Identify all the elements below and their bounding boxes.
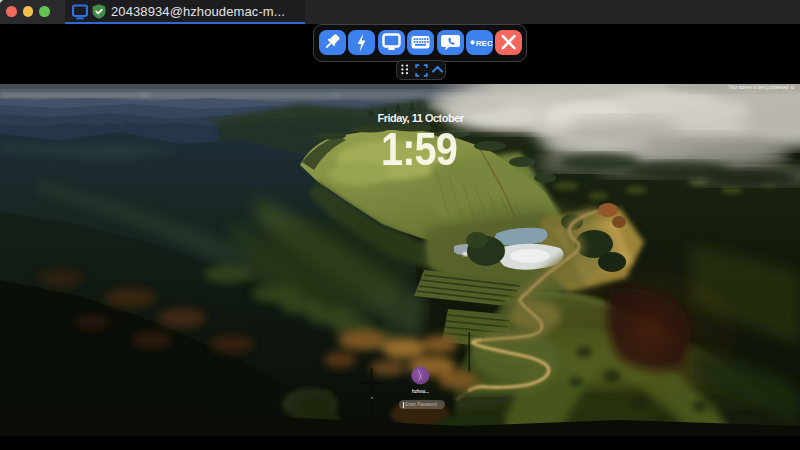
svg-text:REC: REC	[476, 39, 493, 48]
